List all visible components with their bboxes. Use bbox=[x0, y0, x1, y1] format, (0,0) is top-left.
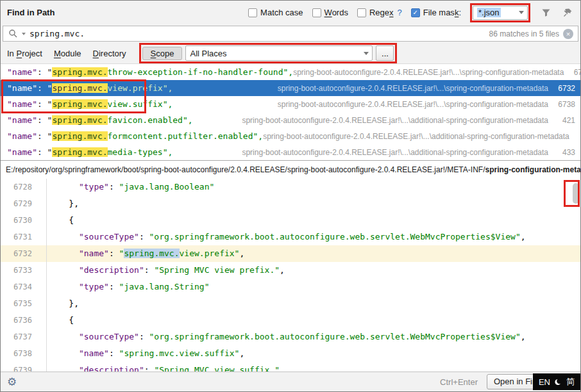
search-result-row[interactable]: "name": "spring.mvc.view.prefix", spring… bbox=[1, 80, 580, 96]
search-query-text[interactable]: spring.mvc. bbox=[29, 29, 85, 38]
line-content: "sourceType": "org.springframework.boot.… bbox=[47, 329, 526, 345]
shortcut-hint: Ctrl+Enter bbox=[440, 377, 478, 387]
status-bar: ⚙ Ctrl+Enter Open in Fin EN 简 bbox=[1, 372, 580, 391]
chevron-down-icon[interactable] bbox=[519, 11, 524, 14]
result-match-highlight: spring.mvc. bbox=[52, 67, 107, 77]
result-text-pre: : " bbox=[37, 131, 52, 141]
line-number: 6736 bbox=[1, 312, 47, 329]
result-line-number: 433 bbox=[555, 148, 575, 157]
result-text-pre: : " bbox=[37, 115, 52, 125]
file-mask-label: File mask: bbox=[423, 8, 461, 17]
option-file-mask[interactable]: File mask: bbox=[411, 8, 461, 17]
result-text-post: formcontent.putfilter.enabled", bbox=[108, 131, 264, 141]
result-line-number: 6738 bbox=[555, 100, 575, 109]
result-match-highlight: spring.mvc. bbox=[52, 115, 107, 125]
line-number: 6729 bbox=[1, 195, 47, 212]
search-result-row[interactable]: "name": "spring.mvc.favicon.enabled", sp… bbox=[1, 112, 580, 128]
search-result-row[interactable]: "name": "spring.mvc.media-types", spring… bbox=[1, 144, 580, 160]
option-words[interactable]: Words bbox=[312, 8, 348, 17]
preview-file-path: E:/repository/org/springframework/boot/s… bbox=[1, 160, 580, 179]
scope-bar: In Project Module Directory Scope All Pl… bbox=[1, 43, 580, 64]
result-text-post: view.suffix", bbox=[108, 99, 173, 109]
annotation-box-file-mask: *.json bbox=[470, 3, 530, 22]
line-content: "description": "Spring MVC view suffix."… bbox=[47, 362, 285, 372]
settings-gear-icon[interactable]: ⚙ bbox=[7, 375, 17, 388]
chevron-down-icon[interactable] bbox=[364, 52, 369, 55]
editor-line: 6728 "type": "java.lang.Boolean" bbox=[1, 179, 580, 195]
result-file-path: spring-boot-autoconfigure-2.0.4.RELEASE.… bbox=[278, 100, 548, 109]
editor-line: 6730 { bbox=[1, 212, 580, 229]
search-result-row[interactable]: "name": "spring.mvc.formcontent.putfilte… bbox=[1, 128, 580, 144]
line-number: 6734 bbox=[1, 279, 47, 295]
line-number: 6731 bbox=[1, 229, 47, 245]
scope-combo-value: All Places bbox=[190, 49, 226, 58]
line-content: "description": "Spring MVC view prefix."… bbox=[47, 262, 285, 279]
results-list: "name": "spring.mvc.throw-exception-if-n… bbox=[1, 64, 580, 160]
line-content: "type": "java.lang.Boolean" bbox=[47, 179, 214, 195]
ime-mode: 简 bbox=[566, 376, 575, 388]
pin-icon[interactable] bbox=[561, 6, 574, 19]
line-content: "name": "spring.mvc.view.prefix", bbox=[47, 245, 244, 262]
clear-search-icon[interactable]: × bbox=[563, 29, 573, 39]
file-mask-combo[interactable]: *.json bbox=[473, 6, 528, 20]
dialog-title: Find in Path bbox=[7, 8, 55, 17]
regex-help-icon[interactable]: ? bbox=[398, 8, 402, 17]
ime-indicator[interactable]: EN 简 bbox=[533, 373, 580, 390]
match-case-checkbox[interactable] bbox=[248, 8, 257, 17]
scope-tab-directory[interactable]: Directory bbox=[93, 49, 126, 58]
regex-checkbox[interactable] bbox=[357, 8, 366, 17]
filter-icon[interactable] bbox=[539, 6, 552, 19]
result-match-highlight: spring.mvc. bbox=[52, 99, 107, 109]
match-case-label: Match case bbox=[260, 8, 303, 17]
scrollbar-thumb[interactable] bbox=[573, 183, 579, 204]
line-number: 6732 bbox=[1, 245, 47, 262]
line-content: { bbox=[47, 212, 74, 229]
scrollbar[interactable] bbox=[571, 179, 580, 372]
line-number: 6730 bbox=[1, 212, 47, 229]
result-line-number: 427 bbox=[576, 132, 580, 141]
file-path-text: E:/repository/org/springframework/boot/s… bbox=[6, 165, 485, 174]
search-icon[interactable] bbox=[8, 29, 18, 39]
scope-combo[interactable]: All Places bbox=[185, 45, 373, 61]
search-input[interactable]: spring.mvc. 86 matches in 5 files × bbox=[3, 26, 578, 42]
line-content: }, bbox=[47, 295, 79, 312]
result-json-key: "name" bbox=[7, 147, 37, 157]
words-checkbox[interactable] bbox=[312, 8, 321, 17]
result-file-path: spring-boot-autoconfigure-2.0.4.RELEASE.… bbox=[263, 132, 569, 141]
line-number: 6739 bbox=[1, 362, 47, 372]
scope-tab-scope[interactable]: Scope bbox=[142, 47, 183, 60]
search-results-summary: 86 matches in 5 files bbox=[489, 29, 559, 38]
scope-browse-button[interactable]: ... bbox=[376, 45, 394, 61]
editor-line: 6729 }, bbox=[1, 195, 580, 212]
code-preview[interactable]: 6728 "type": "java.lang.Boolean" 6729 },… bbox=[1, 179, 580, 372]
option-regex[interactable]: Regex ? bbox=[357, 8, 402, 17]
scope-tab-in-project[interactable]: In Project bbox=[7, 49, 42, 58]
result-file-path: spring-boot-autoconfigure-2.0.4.RELEASE.… bbox=[242, 148, 548, 157]
result-text-pre: : " bbox=[37, 99, 52, 109]
file-path-filename: spring-configuration-metadata bbox=[485, 165, 580, 174]
file-mask-checkbox[interactable] bbox=[411, 8, 420, 17]
editor-line: 6737 "sourceType": "org.springframework.… bbox=[1, 329, 580, 345]
result-match-highlight: spring.mvc. bbox=[52, 83, 107, 93]
scope-tab-module[interactable]: Module bbox=[54, 49, 81, 58]
line-number: 6733 bbox=[1, 262, 47, 279]
editor-line: 6733 "description": "Spring MVC view pre… bbox=[1, 262, 580, 279]
editor-line: 6738 "name": "spring.mvc.view.suffix", bbox=[1, 345, 580, 362]
result-line-number: 421 bbox=[555, 116, 575, 125]
words-label: Words bbox=[324, 8, 348, 17]
result-file-path: spring-boot-autoconfigure-2.0.4.RELEASE.… bbox=[242, 116, 548, 125]
result-text-post: favicon.enabled", bbox=[108, 115, 193, 125]
result-file-path: spring-boot-autoconfigure-2.0.4.RELEASE.… bbox=[293, 68, 564, 77]
line-content: "sourceType": "org.springframework.boot.… bbox=[47, 229, 526, 245]
line-number: 6735 bbox=[1, 295, 47, 312]
search-history-chevron-icon[interactable] bbox=[22, 33, 26, 35]
line-number: 6737 bbox=[1, 329, 47, 345]
option-match-case[interactable]: Match case bbox=[248, 8, 303, 17]
result-json-key: "name" bbox=[7, 131, 37, 141]
dialog-header: Find in Path Match case Words Regex ? Fi… bbox=[1, 1, 580, 24]
regex-label: Regex bbox=[369, 8, 394, 17]
result-text-post: view.prefix", bbox=[108, 83, 173, 93]
search-result-row[interactable]: "name": "spring.mvc.throw-exception-if-n… bbox=[1, 64, 580, 80]
result-line-number: 6726 bbox=[570, 68, 580, 77]
search-result-row[interactable]: "name": "spring.mvc.view.suffix", spring… bbox=[1, 96, 580, 112]
